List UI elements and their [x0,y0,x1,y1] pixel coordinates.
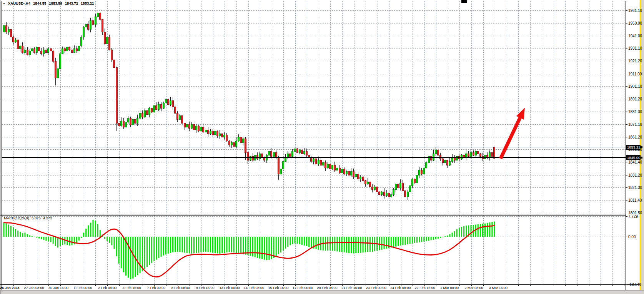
svg-text:3 Feb 16:00: 3 Feb 16:00 [123,286,141,290]
svg-text:1 Feb 00:00: 1 Feb 00:00 [74,286,92,290]
svg-text:1891.20: 1891.20 [628,97,642,101]
svg-text:21 Feb 16:00: 21 Feb 16:00 [341,286,362,290]
hline-price-tag: 1845.00 [626,155,642,160]
svg-text:14 Feb 08:00: 14 Feb 08:00 [244,286,264,290]
svg-text:1921.20: 1921.20 [628,59,642,63]
svg-text:24 Feb 08:00: 24 Feb 08:00 [390,286,411,290]
window-bottom-edge [0,291,644,294]
svg-text:1831.20: 1831.20 [628,173,642,177]
chart-title: ▼ XAUUSD-,H4 1844.55 1853.59 1843.72 185… [3,1,94,5]
svg-text:1861.20: 1861.20 [628,135,642,139]
svg-text:27 Jan 08:00: 27 Jan 08:00 [24,286,44,290]
svg-text:9 Feb 16:00: 9 Feb 16:00 [196,286,214,290]
ohlc-low: 1843.72 [65,1,78,5]
macd-signal-value: 4.272 [43,216,52,220]
svg-text:1811.40: 1811.40 [628,198,642,202]
svg-text:27 Feb 16:00: 27 Feb 16:00 [415,286,435,290]
symbol-period-label: XAUUSD-,H4 [8,1,30,5]
svg-text:1853.21: 1853.21 [627,145,640,149]
svg-text:1911.00: 1911.00 [628,72,642,76]
svg-text:1901.10: 1901.10 [628,84,642,89]
svg-text:1821.30: 1821.30 [628,185,642,190]
top-marker [461,0,467,3]
svg-text:20 Feb 08:00: 20 Feb 08:00 [317,286,338,290]
svg-text:7 Feb 00:00: 7 Feb 00:00 [147,286,165,290]
svg-text:2 Mar 08:00: 2 Mar 08:00 [464,286,483,290]
svg-text:26 Jan 2023: 26 Jan 2023 [0,286,19,290]
svg-text:3 Mar 16:00: 3 Mar 16:00 [489,286,508,290]
svg-text:1841.40: 1841.40 [628,160,642,164]
macd-name: MACD(12,26,9) [4,216,29,220]
svg-text:30 Jan 16:00: 30 Jan 16:00 [48,286,68,290]
chart-window: 1961.101950.901941.001931.101921.201911.… [0,0,644,294]
svg-text:23 Feb 00:00: 23 Feb 00:00 [366,286,386,290]
svg-text:1941.00: 1941.00 [628,34,642,38]
macd-value: 5.875 [32,216,41,220]
svg-text:1931.10: 1931.10 [628,46,642,50]
chart-canvas[interactable]: 1961.101950.901941.001931.101921.201911.… [0,0,644,294]
svg-text:1881.30: 1881.30 [628,110,642,114]
svg-text:1845.00: 1845.00 [627,155,640,160]
current-price-tag: 1853.21 [626,145,642,150]
svg-text:15 Feb 16:00: 15 Feb 16:00 [268,286,288,290]
chevron-down-icon[interactable]: ▼ [3,2,5,5]
svg-text:1950.90: 1950.90 [628,21,642,25]
svg-text:2 Feb 08:00: 2 Feb 08:00 [98,286,116,290]
svg-text:1871.10: 1871.10 [628,122,642,127]
svg-text:8 Feb 08:00: 8 Feb 08:00 [171,286,190,290]
svg-text:-18.141: -18.141 [628,282,641,287]
svg-text:1961.10: 1961.10 [628,8,642,13]
macd-indicator-label: MACD(12,26,9) 5.875 4.272 [4,216,52,220]
svg-text:0.00: 0.00 [628,235,636,239]
svg-text:7.729: 7.729 [628,214,638,219]
svg-text:13 Feb 00:00: 13 Feb 00:00 [219,286,240,290]
ohlc-open: 1844.55 [33,1,46,5]
svg-text:1 Mar 00:00: 1 Mar 00:00 [440,286,459,290]
ohlc-close: 1853.21 [81,1,94,5]
ohlc-high: 1853.59 [49,1,62,5]
svg-text:17 Feb 00:00: 17 Feb 00:00 [293,286,313,290]
